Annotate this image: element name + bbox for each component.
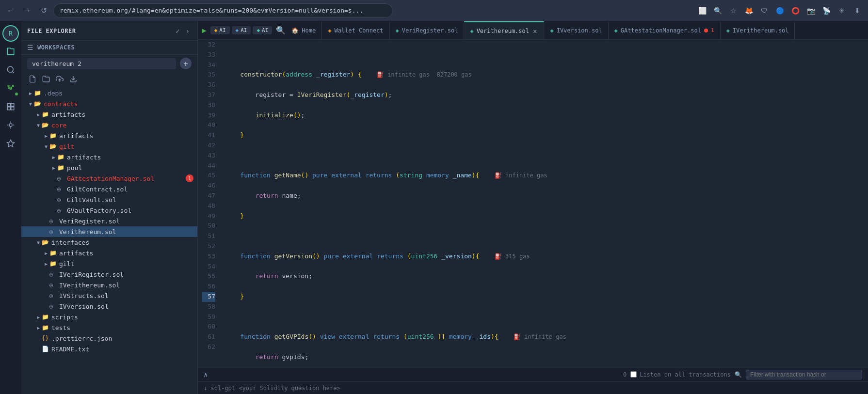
- tab-ivversion[interactable]: ◈ IVversion.sol: [544, 21, 608, 40]
- tree-item-ivstructs[interactable]: ◎ IVStructs.sol: [21, 290, 197, 301]
- avatar[interactable]: R: [2, 25, 19, 42]
- sidebar-icon-settings[interactable]: [2, 135, 19, 152]
- tree-item-interfaces[interactable]: ▼ 📂 interfaces: [21, 237, 197, 248]
- ext-icon4[interactable]: 📷: [804, 4, 818, 17]
- sidebar-icon-debug[interactable]: [2, 116, 19, 134]
- tree-item-readme[interactable]: 📄 README.txt: [21, 344, 197, 354]
- ext-icon1[interactable]: 🛡: [757, 4, 771, 17]
- tree-item-iverithereum[interactable]: ◎ IVerithereum.sol: [21, 280, 197, 290]
- tab-wallet-connect[interactable]: ◈ Wallet Connect: [322, 21, 389, 40]
- ext-icon5[interactable]: 📡: [820, 4, 833, 17]
- code-line-37: [225, 151, 868, 161]
- item-name: Verithereum.sol: [59, 228, 197, 236]
- tree-item-interfaces-gilt[interactable]: ▶ 📁 gilt: [21, 258, 197, 269]
- code-line-38: function getName() pure external returns…: [225, 171, 868, 181]
- ai-icon: ◆: [236, 27, 239, 33]
- ai-icon: ◆: [214, 27, 218, 33]
- scroll-up-button[interactable]: ∧: [204, 371, 208, 378]
- file-icon: ◎: [57, 196, 65, 203]
- back-button[interactable]: ←: [4, 4, 17, 17]
- tab-ai-blue[interactable]: ◆ AI: [232, 26, 251, 34]
- fe-toolbar: [21, 72, 197, 88]
- code-line-47: return gvpIds;: [225, 352, 868, 362]
- tree-item-prettierrc[interactable]: {} .prettierrc.json: [21, 333, 197, 344]
- tab-ai-green[interactable]: ◆ AI: [253, 26, 272, 34]
- fe-check-icon[interactable]: ✓: [174, 26, 181, 36]
- tree-item-deps[interactable]: ▶ 📁 .deps: [21, 88, 197, 98]
- workspace-add-button[interactable]: +: [180, 58, 192, 69]
- tree-item-gilt[interactable]: ▼ 📂 gilt: [21, 141, 197, 152]
- tab-icon: ◈: [396, 27, 399, 34]
- tree-item-tests[interactable]: ▶ 📁 tests: [21, 322, 197, 333]
- arrow-icon: ▼: [27, 101, 34, 107]
- tree-item-pool[interactable]: ▶ 📁 pool: [21, 162, 197, 173]
- tree-item-verithereum[interactable]: ◎ Verithereum.sol: [21, 226, 197, 237]
- arrow-icon: ▶: [50, 165, 57, 171]
- download-icon[interactable]: [68, 74, 79, 86]
- tab-close-button[interactable]: ✕: [532, 28, 538, 34]
- run-button[interactable]: ▶: [198, 26, 210, 35]
- tree-item-iveriregister[interactable]: ◎ IVeriRegister.sol: [21, 269, 197, 280]
- tree-item-interfaces-artifacts[interactable]: ▶ 📁 artifacts: [21, 248, 197, 258]
- bookmark-icon[interactable]: ⬜: [695, 4, 709, 17]
- hamburger-icon[interactable]: ☰: [27, 44, 33, 51]
- code-content[interactable]: constructor(address _register) { ⛽ infin…: [221, 40, 868, 367]
- tab-home[interactable]: 🏠 Home: [286, 21, 322, 40]
- refresh-button[interactable]: ↺: [37, 4, 50, 17]
- tree-item-contracts[interactable]: ▼ 📂 contracts: [21, 98, 197, 109]
- search-icon[interactable]: 🔍: [711, 4, 724, 17]
- folder-icon: 📁: [57, 164, 65, 171]
- tree-item-gilt-artifacts[interactable]: ▶ 📁 artifacts: [21, 152, 197, 162]
- new-file-icon[interactable]: [27, 74, 38, 86]
- tab-label: Home: [302, 27, 316, 34]
- tab-gattestationmanager[interactable]: ◈ GAttestationManager.sol 1: [609, 21, 721, 40]
- code-editor[interactable]: 32 33 34 35 36 37 38 39 40 41 42 43 44 4…: [198, 40, 868, 367]
- tree-item-core-artifacts[interactable]: ▶ 📁 artifacts: [21, 130, 197, 141]
- tree-item-gattestationmanager[interactable]: ◎ GAttestationManager.sol 1: [21, 173, 197, 184]
- tab-label: VeriRegister.sol: [402, 27, 458, 34]
- ext-icon2[interactable]: 🔵: [773, 4, 787, 17]
- folder-icon: 📂: [42, 122, 49, 128]
- tree-item-gvaultfactory[interactable]: ◎ GVaultFactory.sol: [21, 205, 197, 216]
- bottom-left: ∧: [204, 371, 208, 378]
- tab-iverithereum[interactable]: ◈ IVerithereum.sol: [721, 21, 795, 40]
- tree-item-giltcontract[interactable]: ◎ GiltContract.sol: [21, 184, 197, 194]
- tab-verithereum[interactable]: ◈ Verithereum.sol ✕: [464, 21, 544, 40]
- star-icon[interactable]: ☆: [726, 4, 740, 17]
- tree-item-ivversion[interactable]: ◎ IVversion.sol: [21, 301, 197, 312]
- ai-label: AI: [219, 27, 225, 33]
- listen-checkbox[interactable]: [630, 371, 637, 378]
- listen-transactions-label[interactable]: Listen on all transactions: [630, 371, 731, 378]
- file-icon: ◎: [49, 271, 57, 278]
- ext-icon3[interactable]: ⭕: [788, 4, 802, 17]
- ext-icon6[interactable]: ✳: [835, 4, 849, 17]
- sidebar-icon-plugin[interactable]: [2, 98, 19, 115]
- sidebar-icon-git[interactable]: [2, 79, 19, 97]
- tab-ai-orange[interactable]: ◆ AI: [210, 26, 230, 34]
- item-name: scripts: [51, 314, 197, 321]
- tab-label: Verithereum.sol: [477, 28, 529, 34]
- tree-item-veriregister[interactable]: ◎ VeriRegister.sol: [21, 216, 197, 226]
- ext-icon7[interactable]: ⬇: [851, 4, 864, 17]
- tree-item-contracts-artifacts[interactable]: ▶ 📁 artifacts: [21, 109, 197, 120]
- forward-button[interactable]: →: [20, 4, 34, 17]
- tab-icon: ◈: [328, 27, 331, 34]
- sidebar-icon-search[interactable]: [2, 61, 19, 79]
- url-bar[interactable]: remix.ethereum.org/#lang=en&optimize=fal…: [53, 3, 393, 18]
- svg-line-1: [12, 71, 14, 73]
- tree-item-core[interactable]: ▼ 📂 core: [21, 120, 197, 130]
- upload-icon[interactable]: [54, 74, 65, 86]
- tree-item-scripts[interactable]: ▶ 📁 scripts: [21, 312, 197, 322]
- fe-arrow-icon[interactable]: ›: [184, 26, 192, 36]
- file-icon: ◎: [57, 186, 65, 192]
- fox-icon[interactable]: 🦊: [742, 4, 755, 17]
- new-folder-icon[interactable]: [41, 74, 51, 86]
- workspace-name[interactable]: verithereum 2: [27, 58, 176, 69]
- git-status-dot: [15, 92, 18, 96]
- sidebar-icon-file-explorer[interactable]: [2, 43, 19, 60]
- zoom-icon[interactable]: 🔍: [276, 26, 286, 35]
- tree-item-giltvault[interactable]: ◎ GiltVault.sol: [21, 194, 197, 205]
- workspace-selector: verithereum 2 +: [21, 55, 197, 72]
- tab-veriregister[interactable]: ◈ VeriRegister.sol: [390, 21, 465, 40]
- filter-input[interactable]: [746, 370, 862, 379]
